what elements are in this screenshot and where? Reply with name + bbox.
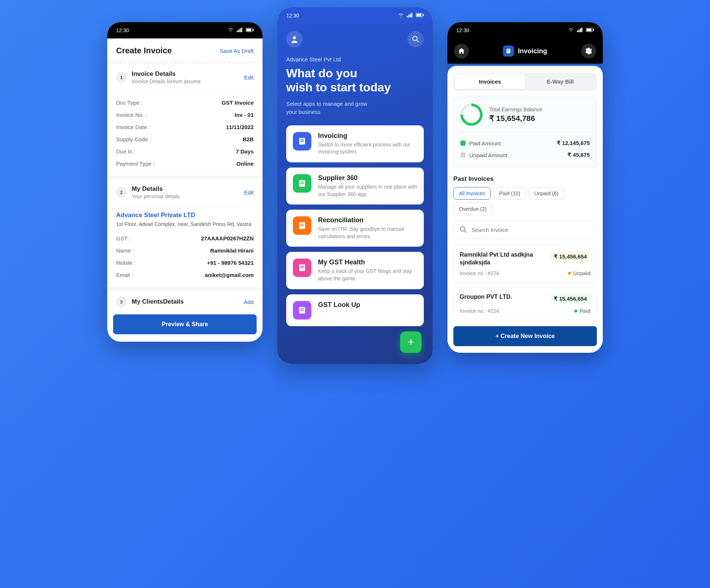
filter-chips: All InvoicesPaid (10)Unpaid (6)Overdue (… (453, 187, 597, 215)
svg-point-42 (460, 227, 465, 231)
row-value: GST Invoice (222, 99, 254, 106)
row-label: Supply Code : (116, 136, 151, 142)
divider-zigzag (107, 61, 263, 64)
app-description: Switch to more efficient process with ou… (318, 141, 417, 156)
filter-chip-overdue-[interactable]: Overdue (2) (453, 203, 492, 215)
screen-body: Create Invoice Save As Draft 1 Invoice D… (107, 38, 263, 342)
status-bar: 12:30 (107, 22, 263, 38)
phone-create-invoice: 12:30 Create Invoice Save As Draft 1 Inv… (107, 22, 263, 342)
gear-icon (585, 48, 592, 54)
svg-rect-13 (423, 14, 424, 16)
filter-chip-all-invoices[interactable]: All Invoices (453, 187, 491, 200)
svg-rect-8 (408, 15, 409, 17)
search-icon (460, 226, 467, 233)
svg-rect-38 (593, 29, 594, 31)
row-label: Name : (116, 247, 134, 254)
detail-row: Due In : 7 Days (116, 145, 254, 158)
svg-rect-7 (407, 16, 408, 17)
detail-row: Supply Code : B2B (116, 133, 254, 145)
svg-rect-30 (300, 308, 304, 309)
invoicing-app-icon (503, 45, 514, 57)
edit-link[interactable]: Edit (244, 74, 254, 81)
status-icons (568, 27, 594, 33)
svg-point-14 (293, 36, 296, 39)
app-title: GST Look Up (318, 301, 360, 309)
tab-eway-bill[interactable]: E-Way Bill (525, 74, 595, 89)
detail-row: Name : Ramniklal Hirani (116, 244, 254, 257)
home-icon (458, 48, 465, 54)
save-draft-link[interactable]: Save As Draft (220, 48, 254, 54)
balance-amount: ₹ 15,654,786 (489, 114, 542, 123)
phone-invoicing: 12:30 Invoicing Invoices E-Way Bill (447, 22, 603, 353)
my-details-rows: GST : 27AAAAP0267H2ZN Name : Ramniklal H… (116, 232, 254, 281)
invoice-card[interactable]: Ramniklal Pvt Ltd asdkjna sjndaksjda ₹ 1… (453, 245, 597, 283)
app-card-reconciliation[interactable]: Reconciliation Save on ITR. Say goodbye … (286, 210, 424, 247)
edit-link[interactable]: Edit (244, 189, 254, 196)
preview-share-button[interactable]: Preview & Share (113, 314, 257, 334)
section-my-details: 2 My Details Your personal details Edit … (107, 179, 263, 287)
create-invoice-button[interactable]: + Create New Invoice (453, 326, 597, 346)
app-card-gst-look-up[interactable]: GST Look Up (286, 294, 424, 326)
progress-ring (456, 99, 487, 131)
row-value: Ramniklal Hirani (210, 247, 254, 254)
signal-icon (407, 13, 413, 18)
wifi-icon (398, 13, 404, 18)
row-value: B2B (243, 136, 254, 142)
header-title-group: Invoicing (503, 45, 547, 57)
app-title: Invoicing (318, 132, 417, 140)
detail-row: Payment Type : Online (116, 158, 254, 170)
heart-icon (293, 258, 311, 277)
section-invoice-details: 1 Invoice Details Invoice Details loreum… (107, 64, 263, 176)
hero-title: What do you wish to start today (286, 66, 424, 95)
filter-chip-unpaid-[interactable]: Unpaid (6) (529, 187, 564, 200)
search-invoice-input[interactable] (453, 220, 597, 239)
filter-chip-paid-[interactable]: Paid (10) (494, 187, 526, 200)
section-header: 3 My ClientsDetails Add (116, 297, 254, 308)
app-card-invoicing[interactable]: Invoicing Switch to more efficient proce… (286, 125, 424, 162)
tax-icon (293, 216, 311, 235)
status-time: 12:30 (286, 13, 299, 18)
svg-rect-19 (300, 141, 304, 142)
invoice-card[interactable]: Groupon PVT LTD. ₹ 15,456,654 Invoice no… (453, 287, 597, 320)
search-field[interactable] (471, 227, 591, 233)
invoice-number: Invoice no : #224 (460, 270, 499, 276)
detail-row: GST : 27AAAAP0267H2ZN (116, 232, 254, 244)
unpaid-dot (460, 152, 466, 158)
svg-rect-27 (300, 266, 304, 267)
row-label: Payment Type : (116, 160, 155, 167)
status-time: 12:30 (456, 27, 469, 33)
profile-button[interactable] (286, 31, 302, 47)
row-value: 7 Days (236, 148, 254, 155)
detail-row: Email : aniket@gmail.com (116, 269, 254, 281)
section-title: My Details (132, 185, 239, 193)
battery-icon (246, 27, 254, 33)
invoice-status: Paid (574, 308, 591, 314)
hero-line1: What do you (286, 66, 424, 80)
home-button[interactable] (454, 44, 469, 58)
unpaid-amount: ₹ 45,675 (568, 152, 590, 158)
section-title: Invoice Details (132, 70, 239, 78)
invoice-amount: ₹ 15,456,654 (550, 251, 591, 262)
search-icon (412, 36, 419, 43)
paid-label: Paid Amount (469, 140, 501, 146)
tab-invoices[interactable]: Invoices (455, 74, 525, 89)
add-link[interactable]: Add (244, 299, 254, 305)
section-header: 2 My Details Your personal details Edit (116, 185, 254, 201)
wifi-icon (228, 27, 234, 33)
search-button[interactable] (408, 31, 424, 47)
svg-rect-10 (411, 13, 412, 17)
paid-amount: ₹ 12,145,675 (557, 140, 590, 146)
invoice-client-name: Ramniklal Pvt Ltd asdkjna sjndaksjda (460, 251, 534, 267)
fab-add-button[interactable]: + (400, 331, 422, 353)
company-address: 1st Floor, Advait Complex, near, Sandesh… (116, 221, 254, 227)
row-value: 11/11/2022 (226, 124, 254, 130)
app-title: Supplier 360 (318, 174, 417, 182)
svg-rect-0 (237, 31, 238, 32)
app-card-supplier-360[interactable]: Supplier 360 Manage all your suppliers i… (286, 168, 424, 205)
svg-rect-5 (247, 29, 251, 31)
svg-point-15 (413, 36, 417, 41)
section-subtitle: Invoice Details loreum ipsume (132, 78, 239, 84)
settings-button[interactable] (581, 44, 596, 58)
svg-rect-25 (300, 225, 304, 226)
app-card-my-gst-health[interactable]: My GST Health Keep a track of your GST f… (286, 252, 424, 289)
